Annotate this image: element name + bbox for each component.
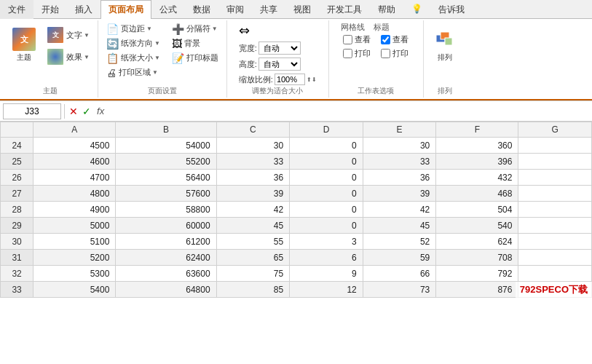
print-area-button[interactable]: 🖨 打印区域 ▼ [103,66,164,79]
cell-f26[interactable]: 432 [436,170,518,186]
cell-b29[interactable]: 60000 [116,218,216,234]
cell-d30[interactable]: 3 [290,234,363,250]
cell-e27[interactable]: 39 [363,186,436,202]
cell-a24[interactable]: 4500 [33,138,116,154]
width-select[interactable]: 自动 [258,41,301,55]
cell-a25[interactable]: 4600 [33,154,116,170]
cell-f27[interactable]: 468 [436,186,518,202]
gridlines-view-label[interactable]: 查看 [341,33,373,46]
cell-g25[interactable] [518,154,592,170]
orientation-button[interactable]: 🔄 纸张方向 ▼ [103,36,164,50]
cell-f29[interactable]: 540 [436,218,518,234]
tab-tellme[interactable]: 告诉我 [430,0,473,19]
cell-d31[interactable]: 6 [290,250,363,266]
formula-input[interactable] [108,103,589,119]
cell-d27[interactable]: 0 [290,186,363,202]
size-button[interactable]: 📋 纸张大小 ▼ [103,51,164,65]
name-box[interactable] [3,103,61,119]
cell-g27[interactable] [518,186,592,202]
cell-c25[interactable]: 33 [216,154,290,170]
cell-c28[interactable]: 42 [216,202,290,218]
cell-f30[interactable]: 624 [436,234,518,250]
headings-print-label[interactable]: 打印 [379,47,411,60]
cell-b27[interactable]: 57600 [116,186,216,202]
tab-file[interactable]: 文件 [0,0,33,19]
breaks-button[interactable]: ➕ 分隔符 ▼ [168,22,222,36]
cell-a33[interactable]: 5400 [33,282,116,298]
col-header-g[interactable]: G [518,122,592,138]
scale-input[interactable] [275,74,305,85]
cell-a30[interactable]: 5100 [33,234,116,250]
row-header-27[interactable]: 27 [1,186,33,202]
row-header-25[interactable]: 25 [1,154,33,170]
cell-a32[interactable]: 5300 [33,266,116,282]
cell-f31[interactable]: 708 [436,250,518,266]
tab-formulas[interactable]: 公式 [151,0,185,19]
row-header-29[interactable]: 29 [1,218,33,234]
tab-lightbulb[interactable]: 💡 [403,0,430,19]
cell-d25[interactable]: 0 [290,154,363,170]
cancel-icon[interactable]: ✕ [68,106,79,117]
arrange-button[interactable]: 排列 [428,22,462,68]
row-header-33[interactable]: 33 [1,282,33,298]
headings-print-checkbox[interactable] [381,49,390,58]
confirm-icon[interactable]: ✓ [81,106,92,117]
tab-developer[interactable]: 开发工具 [319,0,370,19]
cell-c24[interactable]: 30 [216,138,290,154]
cell-e25[interactable]: 33 [363,154,436,170]
cell-b32[interactable]: 63600 [116,266,216,282]
gridlines-view-checkbox[interactable] [343,35,352,44]
tab-data[interactable]: 数据 [185,0,218,19]
col-header-e[interactable]: E [363,122,436,138]
headings-view-label[interactable]: 查看 [379,33,411,46]
row-header-32[interactable]: 32 [1,266,33,282]
row-header-31[interactable]: 31 [1,250,33,266]
cell-b24[interactable]: 54000 [116,138,216,154]
tab-pagelayout[interactable]: 页面布局 [100,0,151,19]
cell-e30[interactable]: 52 [363,234,436,250]
col-header-b[interactable]: B [116,122,216,138]
cell-g29[interactable] [518,218,592,234]
cell-g30[interactable] [518,234,592,250]
col-header-f[interactable]: F [436,122,518,138]
fonts-button[interactable]: 文 文字 ▼ [44,25,93,45]
height-select[interactable]: 自动 [258,58,301,71]
cell-c29[interactable]: 45 [216,218,290,234]
row-header-26[interactable]: 26 [1,170,33,186]
row-header-28[interactable]: 28 [1,202,33,218]
headings-view-checkbox[interactable] [381,35,390,44]
cell-c26[interactable]: 36 [216,170,290,186]
effects-button[interactable]: 效果 ▼ [44,47,93,67]
cell-g28[interactable] [518,202,592,218]
cell-d28[interactable]: 0 [290,202,363,218]
col-header-d[interactable]: D [290,122,363,138]
cell-a29[interactable]: 5000 [33,218,116,234]
cell-b25[interactable]: 55200 [116,154,216,170]
cell-b31[interactable]: 62400 [116,250,216,266]
cell-e26[interactable]: 36 [363,170,436,186]
cell-c30[interactable]: 55 [216,234,290,250]
tab-review[interactable]: 审阅 [218,0,252,19]
gridlines-print-label[interactable]: 打印 [341,47,373,60]
cell-g24[interactable] [518,138,592,154]
col-header-a[interactable]: A [33,122,116,138]
cell-b28[interactable]: 58800 [116,202,216,218]
print-titles-button[interactable]: 📝 打印标题 [168,51,222,65]
col-header-c[interactable]: C [216,122,290,138]
cell-a27[interactable]: 4800 [33,186,116,202]
cell-c31[interactable]: 65 [216,250,290,266]
cell-e28[interactable]: 42 [363,202,436,218]
tab-share[interactable]: 共享 [252,0,285,19]
cell-f33[interactable]: 876 [436,282,518,298]
tab-insert[interactable]: 插入 [67,0,100,19]
cell-f32[interactable]: 792 [436,266,518,282]
cell-a31[interactable]: 5200 [33,250,116,266]
theme-button[interactable]: 文 主题 [7,22,41,68]
cell-c27[interactable]: 39 [216,186,290,202]
background-button[interactable]: 🖼 背景 [168,36,222,50]
cell-e33[interactable]: 73 [363,282,436,298]
cell-c33[interactable]: 85 [216,282,290,298]
cell-a26[interactable]: 4700 [33,170,116,186]
cell-d26[interactable]: 0 [290,170,363,186]
tab-home[interactable]: 开始 [33,0,67,19]
